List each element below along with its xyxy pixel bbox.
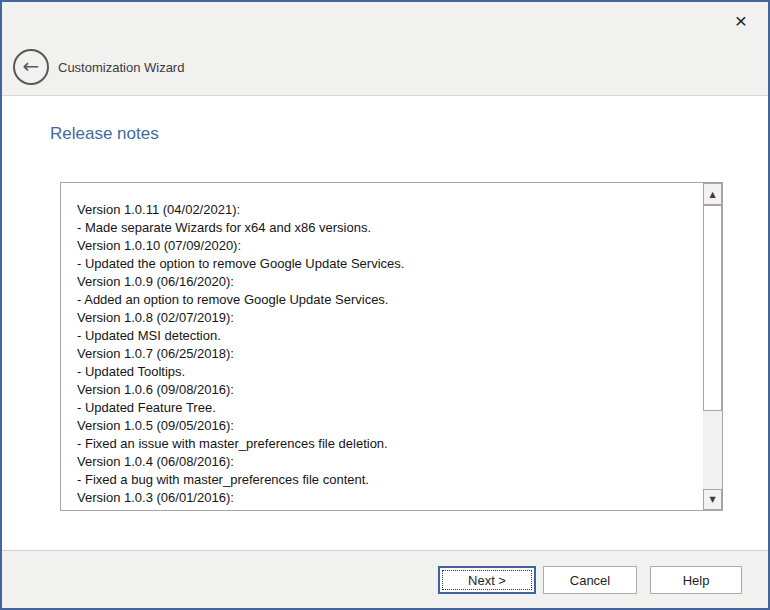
release-note-line: Version 1.0.10 (07/09/2020):: [77, 237, 693, 255]
back-arrow-icon: ←: [23, 56, 40, 76]
scrollbar-track[interactable]: [703, 205, 722, 489]
scrollbar[interactable]: ▲ ▼: [703, 183, 722, 510]
release-notes-textbox[interactable]: Version 1.0.11 (04/02/2021):- Made separ…: [60, 182, 723, 511]
scroll-down-button[interactable]: ▼: [703, 489, 722, 510]
release-note-line: Version 1.0.7 (06/25/2018):: [77, 345, 693, 363]
wizard-header: ← Customization Wizard ×: [2, 2, 768, 96]
page-title: Release notes: [50, 124, 159, 144]
release-note-line: - Updated MSI detection.: [77, 327, 693, 345]
release-note-line: - Fixed a bug with master_preferences fi…: [77, 471, 693, 489]
release-note-line: - Made separate Wizards for x64 and x86 …: [77, 219, 693, 237]
release-note-line: - Updated Tooltips.: [77, 363, 693, 381]
release-note-line: Version 1.0.8 (02/07/2019):: [77, 309, 693, 327]
release-note-line: Version 1.0.4 (06/08/2016):: [77, 453, 693, 471]
close-button[interactable]: ×: [728, 7, 754, 33]
cancel-button[interactable]: Cancel: [543, 566, 637, 594]
release-note-line: - Updated Feature Tree.: [77, 399, 693, 417]
release-note-line: Version 1.0.11 (04/02/2021):: [77, 201, 693, 219]
release-note-line: Version 1.0.6 (09/08/2016):: [77, 381, 693, 399]
wizard-footer: Next > Cancel Help: [2, 550, 768, 608]
next-button[interactable]: Next >: [438, 566, 536, 594]
release-note-line: Version 1.0.3 (06/01/2016):: [77, 489, 693, 507]
scroll-down-icon: ▼: [709, 495, 715, 504]
wizard-window: ← Customization Wizard × Release notes V…: [0, 0, 770, 610]
release-note-line: Version 1.0.9 (06/16/2020):: [77, 273, 693, 291]
scroll-up-icon: ▲: [709, 190, 715, 199]
release-note-line: Version 1.0.5 (09/05/2016):: [77, 417, 693, 435]
close-icon: ×: [735, 10, 747, 31]
release-notes-text: Version 1.0.11 (04/02/2021):- Made separ…: [61, 183, 703, 510]
release-note-line: - Updated the option to remove Google Up…: [77, 255, 693, 273]
window-title: Customization Wizard: [58, 60, 184, 75]
release-note-line: - Added an option to remove Google Updat…: [77, 291, 693, 309]
back-button[interactable]: ←: [13, 49, 49, 85]
scroll-up-button[interactable]: ▲: [703, 183, 722, 205]
scrollbar-thumb[interactable]: [703, 205, 722, 411]
help-button[interactable]: Help: [650, 566, 742, 594]
release-note-line: - Fixed an issue with master_preferences…: [77, 435, 693, 453]
